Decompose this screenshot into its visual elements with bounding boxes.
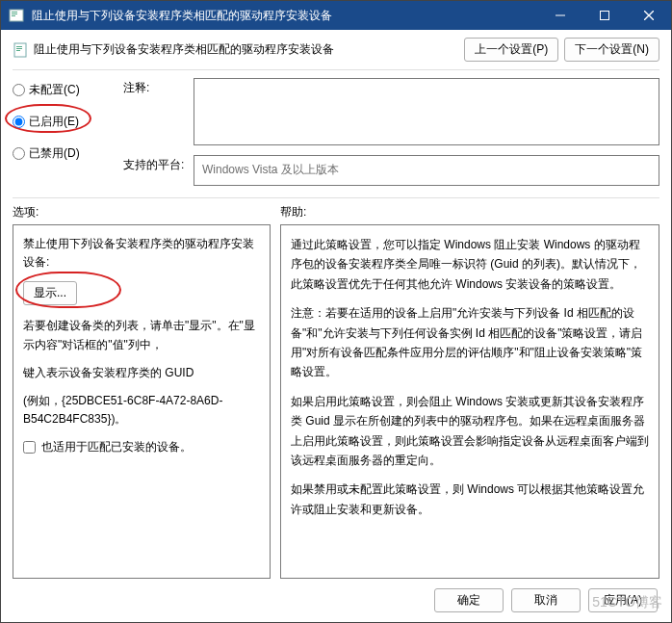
help-text-1: 通过此策略设置，您可以指定 Windows 阻止安装 Windows 的驱动程序…	[291, 235, 649, 294]
comment-label: 注释:	[123, 78, 186, 96]
window-title: 阻止使用与下列设备安装程序类相匹配的驱动程序安装设备	[32, 8, 538, 24]
platform-value: Windows Vista 及以上版本	[194, 155, 659, 186]
footer: 确定 取消 应用(A)	[1, 579, 671, 622]
platform-row: 支持的平台: Windows Vista 及以上版本	[123, 155, 659, 186]
svg-rect-2	[12, 13, 17, 14]
radio-enabled-label: 已启用(E)	[29, 114, 79, 130]
help-panel: 通过此策略设置，您可以指定 Windows 阻止安装 Windows 的驱动程序…	[280, 224, 659, 579]
radio-enabled-input[interactable]	[13, 116, 25, 128]
options-text-1: 禁止使用下列设备安装程序类的驱动程序安装设备:	[23, 235, 260, 272]
nav-buttons: 上一个设置(P) 下一个设置(N)	[464, 38, 659, 62]
radio-not-configured[interactable]: 未配置(C)	[13, 82, 114, 98]
apply-installed-checkbox-row[interactable]: 也适用于匹配已安装的设备。	[23, 438, 260, 456]
platform-label: 支持的平台:	[123, 155, 186, 173]
radio-disabled-label: 已禁用(D)	[29, 145, 80, 162]
svg-rect-10	[16, 48, 22, 49]
help-text-4: 如果禁用或未配置此策略设置，则 Windows 可以根据其他策略设置允许或阻止安…	[291, 480, 649, 519]
svg-rect-11	[16, 50, 20, 51]
header-row: 阻止使用与下列设备安装程序类相匹配的驱动程序安装设备 上一个设置(P) 下一个设…	[1, 30, 671, 62]
apply-installed-checkbox[interactable]	[23, 441, 36, 454]
svg-rect-5	[601, 12, 609, 20]
prev-setting-button[interactable]: 上一个设置(P)	[464, 38, 558, 62]
radio-disabled-input[interactable]	[13, 147, 25, 160]
radio-not-configured-input[interactable]	[13, 84, 25, 96]
header-label: 阻止使用与下列设备安装程序类相匹配的驱动程序安装设备	[13, 41, 464, 58]
apply-installed-label: 也适用于匹配已安装的设备。	[41, 438, 192, 456]
show-button[interactable]: 显示...	[23, 281, 77, 305]
upper-section: 未配置(C) 已启用(E) 已禁用(D) 注释: 支持的平台: Windows …	[1, 70, 671, 190]
options-panel: 禁止使用下列设备安装程序类的驱动程序安装设备: 显示... 若要创建设备类的列表…	[13, 224, 271, 579]
radio-enabled[interactable]: 已启用(E)	[13, 114, 114, 130]
next-setting-button[interactable]: 下一个设置(N)	[564, 38, 659, 62]
options-label: 选项:	[13, 204, 280, 221]
radio-disabled[interactable]: 已禁用(D)	[13, 145, 114, 162]
help-label: 帮助:	[280, 204, 306, 221]
policy-name: 阻止使用与下列设备安装程序类相匹配的驱动程序安装设备	[34, 41, 334, 58]
help-text-3: 如果启用此策略设置，则会阻止 Windows 安装或更新其设备安装程序类 Gui…	[291, 392, 649, 471]
svg-rect-3	[12, 15, 15, 16]
maximize-button[interactable]	[582, 1, 627, 30]
options-text-3: 键入表示设备安装程序类的 GUID	[23, 364, 260, 382]
options-text-4: (例如，{25DBCE51-6C8F-4A72-8A6D-B54C2B4FC83…	[23, 392, 260, 428]
document-icon	[13, 42, 28, 58]
state-radio-group: 未配置(C) 已启用(E) 已禁用(D)	[13, 78, 114, 186]
apply-button[interactable]: 应用(A)	[588, 588, 658, 612]
options-text-2: 若要创建设备类的列表，请单击"显示"。在"显示内容"对话框的"值"列中，	[23, 317, 260, 353]
minimize-button[interactable]	[538, 1, 582, 30]
comment-row: 注释:	[123, 78, 659, 145]
help-text-2: 注意：若要在适用的设备上启用"允许安装与下列设备 Id 相匹配的设备"和"允许安…	[291, 303, 649, 382]
ok-button[interactable]: 确定	[434, 588, 504, 612]
svg-rect-1	[12, 12, 17, 13]
window-controls	[538, 1, 671, 30]
radio-not-configured-label: 未配置(C)	[29, 82, 80, 98]
titlebar: 阻止使用与下列设备安装程序类相匹配的驱动程序安装设备	[1, 1, 671, 30]
policy-editor-window: 阻止使用与下列设备安装程序类相匹配的驱动程序安装设备 阻止使用与下列设备安装程序…	[0, 0, 672, 623]
meta-column: 注释: 支持的平台: Windows Vista 及以上版本	[123, 78, 659, 186]
policy-icon	[9, 8, 24, 23]
lower-section: 禁止使用下列设备安装程序类的驱动程序安装设备: 显示... 若要创建设备类的列表…	[1, 224, 671, 579]
close-button[interactable]	[627, 1, 671, 30]
section-labels: 选项: 帮助:	[1, 198, 671, 224]
svg-rect-9	[16, 46, 22, 47]
cancel-button[interactable]: 取消	[511, 588, 581, 612]
comment-input[interactable]	[194, 78, 659, 145]
